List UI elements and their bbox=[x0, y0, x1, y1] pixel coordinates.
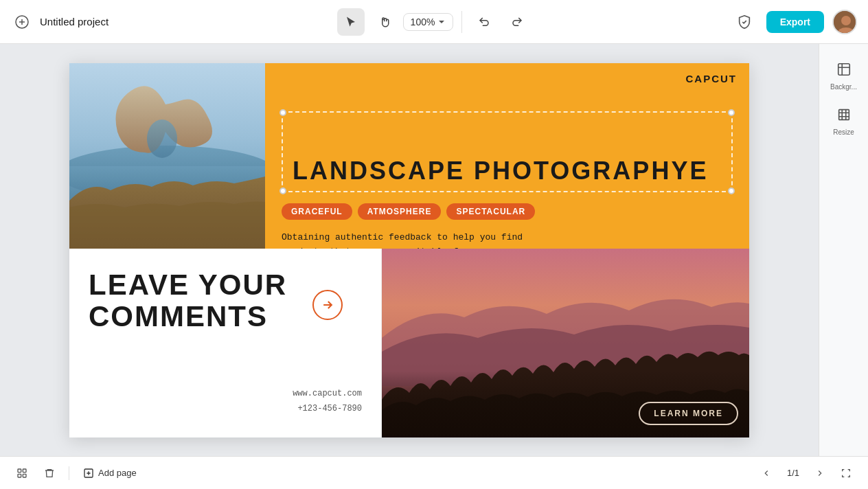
toolbar-center: 100% bbox=[337, 8, 532, 36]
toolbar-right: Export bbox=[539, 8, 857, 36]
bottom-left: Add page bbox=[11, 462, 749, 484]
zoom-control[interactable]: 100% bbox=[403, 13, 454, 31]
white-section: LEAVE YOUR COMMENTS www.capcut.com +123-… bbox=[69, 249, 382, 437]
export-button[interactable]: Export bbox=[766, 11, 824, 33]
svg-rect-9 bbox=[838, 64, 849, 76]
toolbar: Untitled project 100% Export bbox=[0, 0, 868, 44]
pointer-tool-button[interactable] bbox=[337, 8, 365, 36]
main-area: CAPCUT LANDSCAPE PHOTOGRAPHYE GRACEFUL A… bbox=[0, 44, 868, 456]
handle-br[interactable] bbox=[728, 187, 735, 194]
page-indicator: 1/1 bbox=[781, 468, 805, 478]
expand-button[interactable] bbox=[835, 462, 857, 484]
toolbar-left: Untitled project bbox=[11, 11, 329, 33]
design-canvas: CAPCUT LANDSCAPE PHOTOGRAPHYE GRACEFUL A… bbox=[69, 63, 749, 437]
hand-tool-button[interactable] bbox=[370, 8, 398, 36]
panel-item-background[interactable]: Backgr... bbox=[823, 55, 865, 98]
canvas-bottom: LEAVE YOUR COMMENTS www.capcut.com +123-… bbox=[69, 249, 749, 437]
app-icon bbox=[11, 11, 33, 33]
svg-rect-12 bbox=[23, 469, 26, 473]
tag-spectacular: SPECTACULAR bbox=[446, 203, 535, 220]
svg-point-7 bbox=[147, 120, 177, 158]
project-title: Untitled project bbox=[40, 16, 108, 27]
prev-page-button[interactable] bbox=[757, 464, 776, 483]
contact-info: www.capcut.com +123-456-7890 bbox=[89, 387, 362, 416]
redo-button[interactable] bbox=[503, 8, 531, 36]
toolbar-divider bbox=[461, 11, 462, 33]
bottom-bar: Add page 1/1 bbox=[0, 456, 868, 489]
add-page-button[interactable]: Add page bbox=[78, 465, 142, 481]
tags-row: GRACEFUL ATMOSPHERE SPECTACULAR bbox=[282, 203, 733, 220]
website-text: www.capcut.com bbox=[89, 387, 362, 402]
add-page-label: Add page bbox=[98, 468, 137, 478]
undo-button[interactable] bbox=[470, 8, 498, 36]
svg-rect-13 bbox=[18, 474, 21, 477]
trash-button[interactable] bbox=[38, 462, 60, 484]
handle-tl[interactable] bbox=[279, 109, 286, 116]
svg-rect-14 bbox=[23, 474, 26, 477]
brand-label: CAPCUT bbox=[686, 73, 738, 84]
handle-tr[interactable] bbox=[728, 109, 735, 116]
resize-icon bbox=[836, 107, 852, 126]
bottom-right: 1/1 bbox=[757, 462, 857, 484]
tag-graceful: GRACEFUL bbox=[282, 203, 352, 220]
arrow-circle-icon[interactable] bbox=[312, 290, 343, 320]
bottom-divider bbox=[69, 466, 69, 480]
mountain-photo: LEARN MORE bbox=[382, 249, 749, 437]
orange-section: CAPCUT LANDSCAPE PHOTOGRAPHYE GRACEFUL A… bbox=[265, 63, 749, 249]
main-title: LANDSCAPE PHOTOGRAPHYE bbox=[293, 157, 722, 185]
panel-resize-label: Resize bbox=[833, 128, 854, 136]
svg-point-2 bbox=[841, 16, 851, 25]
cliff-photo bbox=[69, 63, 265, 249]
next-page-button[interactable] bbox=[810, 464, 830, 483]
panel-background-label: Backgr... bbox=[830, 83, 857, 91]
svg-rect-10 bbox=[838, 110, 849, 120]
learn-more-button[interactable]: LEARN MORE bbox=[639, 402, 738, 425]
handle-bl[interactable] bbox=[279, 187, 286, 194]
grid-view-button[interactable] bbox=[11, 462, 33, 484]
canvas-top: CAPCUT LANDSCAPE PHOTOGRAPHYE GRACEFUL A… bbox=[69, 63, 749, 249]
background-icon bbox=[836, 62, 852, 80]
avatar bbox=[832, 10, 857, 34]
canvas-area[interactable]: CAPCUT LANDSCAPE PHOTOGRAPHYE GRACEFUL A… bbox=[0, 44, 819, 456]
panel-item-resize[interactable]: Resize bbox=[823, 100, 865, 143]
right-panel: Backgr... Resize bbox=[819, 44, 868, 456]
svg-rect-11 bbox=[18, 469, 21, 473]
selection-box[interactable]: LANDSCAPE PHOTOGRAPHYE bbox=[282, 111, 733, 193]
zoom-level: 100% bbox=[411, 16, 435, 27]
phone-text: +123-456-7890 bbox=[89, 402, 362, 417]
tag-atmosphere: ATMOSPHERE bbox=[358, 203, 442, 220]
shield-button[interactable] bbox=[731, 8, 758, 36]
